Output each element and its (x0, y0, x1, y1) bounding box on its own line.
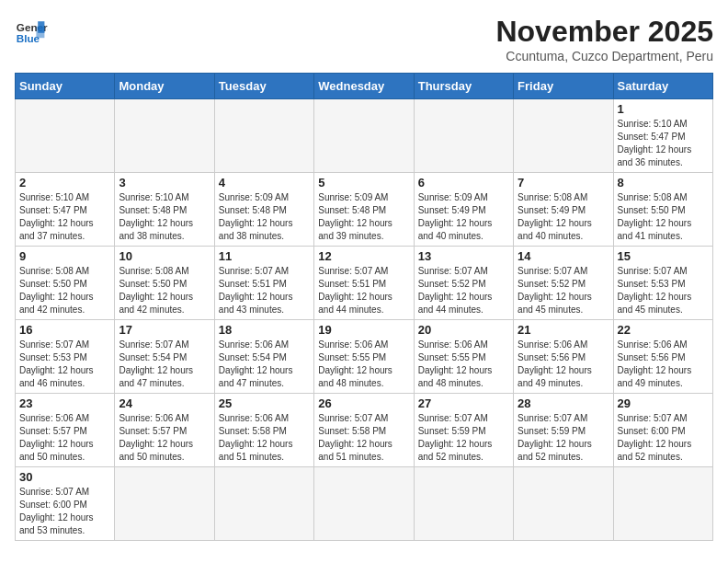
day-info: Sunrise: 5:09 AM Sunset: 5:48 PM Dayligh… (219, 191, 310, 243)
weekday-header-tuesday: Tuesday (214, 74, 313, 99)
weekday-header-saturday: Saturday (613, 74, 712, 99)
calendar-cell: 2Sunrise: 5:10 AM Sunset: 5:47 PM Daylig… (16, 173, 115, 247)
day-number: 18 (219, 323, 310, 337)
day-info: Sunrise: 5:07 AM Sunset: 5:54 PM Dayligh… (119, 339, 210, 390)
calendar-cell (214, 467, 313, 541)
day-number: 2 (19, 176, 110, 190)
calendar-cell (414, 99, 513, 173)
day-number: 5 (318, 176, 409, 190)
day-info: Sunrise: 5:08 AM Sunset: 5:49 PM Dayligh… (518, 191, 609, 243)
calendar-cell: 21Sunrise: 5:06 AM Sunset: 5:56 PM Dayli… (514, 320, 613, 394)
day-info: Sunrise: 5:06 AM Sunset: 5:57 PM Dayligh… (119, 412, 210, 464)
calendar-cell: 19Sunrise: 5:06 AM Sunset: 5:55 PM Dayli… (314, 320, 414, 394)
day-info: Sunrise: 5:07 AM Sunset: 6:00 PM Dayligh… (19, 486, 110, 537)
day-number: 4 (219, 176, 310, 190)
calendar-cell: 25Sunrise: 5:06 AM Sunset: 5:58 PM Dayli… (214, 394, 313, 467)
day-info: Sunrise: 5:08 AM Sunset: 5:50 PM Dayligh… (618, 191, 709, 243)
day-number: 12 (318, 249, 409, 263)
day-number: 6 (418, 176, 509, 190)
day-number: 23 (19, 396, 110, 410)
day-number: 26 (318, 396, 409, 410)
calendar-cell: 27Sunrise: 5:07 AM Sunset: 5:59 PM Dayli… (414, 394, 513, 467)
calendar-cell: 24Sunrise: 5:06 AM Sunset: 5:57 PM Dayli… (115, 394, 214, 467)
calendar-cell: 23Sunrise: 5:06 AM Sunset: 5:57 PM Dayli… (16, 394, 115, 467)
day-info: Sunrise: 5:09 AM Sunset: 5:48 PM Dayligh… (318, 191, 409, 243)
day-number: 7 (518, 176, 609, 190)
calendar-cell: 11Sunrise: 5:07 AM Sunset: 5:51 PM Dayli… (214, 247, 313, 320)
calendar-cell: 9Sunrise: 5:08 AM Sunset: 5:50 PM Daylig… (16, 247, 115, 320)
day-number: 17 (119, 323, 210, 337)
day-info: Sunrise: 5:07 AM Sunset: 5:53 PM Dayligh… (19, 339, 110, 390)
logo: General Blue (15, 15, 48, 48)
calendar-cell: 10Sunrise: 5:08 AM Sunset: 5:50 PM Dayli… (115, 247, 214, 320)
calendar-cell: 3Sunrise: 5:10 AM Sunset: 5:48 PM Daylig… (115, 173, 214, 247)
day-info: Sunrise: 5:08 AM Sunset: 5:50 PM Dayligh… (19, 265, 110, 316)
svg-marker-3 (36, 27, 44, 39)
day-info: Sunrise: 5:10 AM Sunset: 5:48 PM Dayligh… (119, 191, 210, 243)
day-number: 10 (119, 249, 210, 263)
day-info: Sunrise: 5:09 AM Sunset: 5:49 PM Dayligh… (418, 191, 509, 243)
calendar-cell (214, 99, 313, 173)
calendar-cell: 15Sunrise: 5:07 AM Sunset: 5:53 PM Dayli… (613, 247, 712, 320)
day-info: Sunrise: 5:06 AM Sunset: 5:55 PM Dayligh… (318, 339, 409, 390)
day-info: Sunrise: 5:07 AM Sunset: 6:00 PM Dayligh… (618, 412, 709, 464)
calendar-cell (514, 99, 613, 173)
calendar-week-2: 2Sunrise: 5:10 AM Sunset: 5:47 PM Daylig… (16, 173, 713, 247)
day-number: 13 (418, 249, 509, 263)
calendar-week-4: 16Sunrise: 5:07 AM Sunset: 5:53 PM Dayli… (16, 320, 713, 394)
calendar-cell: 1Sunrise: 5:10 AM Sunset: 5:47 PM Daylig… (613, 99, 712, 173)
day-info: Sunrise: 5:10 AM Sunset: 5:47 PM Dayligh… (19, 191, 110, 243)
calendar-cell: 4Sunrise: 5:09 AM Sunset: 5:48 PM Daylig… (214, 173, 313, 247)
calendar-cell: 17Sunrise: 5:07 AM Sunset: 5:54 PM Dayli… (115, 320, 214, 394)
day-number: 27 (418, 396, 509, 410)
calendar-cell: 5Sunrise: 5:09 AM Sunset: 5:48 PM Daylig… (314, 173, 414, 247)
month-title: November 2025 (495, 15, 713, 49)
day-info: Sunrise: 5:07 AM Sunset: 5:59 PM Dayligh… (418, 412, 509, 464)
calendar-cell: 14Sunrise: 5:07 AM Sunset: 5:52 PM Dayli… (514, 247, 613, 320)
day-number: 16 (19, 323, 110, 337)
calendar-cell: 6Sunrise: 5:09 AM Sunset: 5:49 PM Daylig… (414, 173, 513, 247)
day-number: 20 (418, 323, 509, 337)
calendar-cell (514, 467, 613, 541)
day-info: Sunrise: 5:06 AM Sunset: 5:54 PM Dayligh… (219, 339, 310, 390)
calendar-week-5: 23Sunrise: 5:06 AM Sunset: 5:57 PM Dayli… (16, 394, 713, 467)
calendar-cell (314, 99, 414, 173)
day-number: 30 (19, 470, 110, 484)
calendar-table: SundayMondayTuesdayWednesdayThursdayFrid… (15, 73, 713, 541)
day-info: Sunrise: 5:07 AM Sunset: 5:51 PM Dayligh… (219, 265, 310, 316)
day-number: 3 (119, 176, 210, 190)
weekday-header-sunday: Sunday (16, 74, 115, 99)
day-number: 15 (618, 249, 709, 263)
day-info: Sunrise: 5:07 AM Sunset: 5:52 PM Dayligh… (418, 265, 509, 316)
day-number: 19 (318, 323, 409, 337)
calendar-cell: 28Sunrise: 5:07 AM Sunset: 5:59 PM Dayli… (514, 394, 613, 467)
day-info: Sunrise: 5:07 AM Sunset: 5:52 PM Dayligh… (518, 265, 609, 316)
day-info: Sunrise: 5:07 AM Sunset: 5:58 PM Dayligh… (318, 412, 409, 464)
weekday-header-row: SundayMondayTuesdayWednesdayThursdayFrid… (16, 74, 713, 99)
day-number: 25 (219, 396, 310, 410)
title-block: November 2025 Ccuntuma, Cuzco Department… (495, 15, 713, 63)
weekday-header-friday: Friday (514, 74, 613, 99)
calendar-week-6: 30Sunrise: 5:07 AM Sunset: 6:00 PM Dayli… (16, 467, 713, 541)
day-number: 22 (618, 323, 709, 337)
day-info: Sunrise: 5:10 AM Sunset: 5:47 PM Dayligh… (618, 118, 709, 169)
day-number: 1 (618, 102, 709, 116)
day-number: 14 (518, 249, 609, 263)
day-info: Sunrise: 5:07 AM Sunset: 5:53 PM Dayligh… (618, 265, 709, 316)
calendar-cell (115, 99, 214, 173)
calendar-cell: 13Sunrise: 5:07 AM Sunset: 5:52 PM Dayli… (414, 247, 513, 320)
day-number: 28 (518, 396, 609, 410)
day-info: Sunrise: 5:07 AM Sunset: 5:51 PM Dayligh… (318, 265, 409, 316)
day-info: Sunrise: 5:06 AM Sunset: 5:57 PM Dayligh… (19, 412, 110, 464)
weekday-header-monday: Monday (115, 74, 214, 99)
calendar-cell (613, 467, 712, 541)
calendar-week-1: 1Sunrise: 5:10 AM Sunset: 5:47 PM Daylig… (16, 99, 713, 173)
location-subtitle: Ccuntuma, Cuzco Department, Peru (495, 49, 713, 63)
weekday-header-thursday: Thursday (414, 74, 513, 99)
day-number: 9 (19, 249, 110, 263)
calendar-cell (16, 99, 115, 173)
calendar-cell: 29Sunrise: 5:07 AM Sunset: 6:00 PM Dayli… (613, 394, 712, 467)
calendar-cell: 26Sunrise: 5:07 AM Sunset: 5:58 PM Dayli… (314, 394, 414, 467)
calendar-cell: 20Sunrise: 5:06 AM Sunset: 5:55 PM Dayli… (414, 320, 513, 394)
day-info: Sunrise: 5:06 AM Sunset: 5:56 PM Dayligh… (618, 339, 709, 390)
